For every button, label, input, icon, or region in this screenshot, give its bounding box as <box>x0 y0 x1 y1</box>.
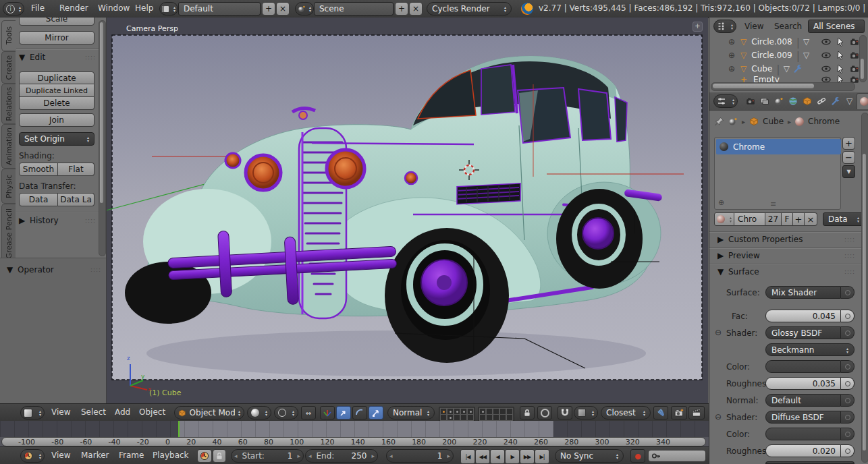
surface-panel-title[interactable]: Surface <box>728 267 759 277</box>
properties-scrollbar[interactable] <box>861 113 868 463</box>
tab-physics[interactable]: Physic <box>1 169 16 204</box>
tab-create[interactable]: Create <box>1 51 16 84</box>
layer-toggle[interactable] <box>493 414 499 421</box>
scrollbar-thumb[interactable] <box>713 84 814 88</box>
use-preview-range-toggle[interactable] <box>197 449 212 463</box>
render-camera-icon[interactable] <box>850 51 859 60</box>
material-slot-selected[interactable]: Chrome <box>716 139 841 154</box>
next-keyframe-button[interactable]: ▶▶ <box>520 449 535 464</box>
operator-panel-arrow[interactable]: ▼ <box>7 265 13 274</box>
outliner-hscrollbar[interactable] <box>711 82 855 91</box>
sync-mode-select[interactable]: No Sync <box>555 449 624 463</box>
tab-object-data[interactable]: ▽ <box>842 94 857 108</box>
material-unlink-button[interactable]: × <box>805 212 817 226</box>
socket-button[interactable] <box>841 310 855 322</box>
history-panel-arrow[interactable]: ▶ <box>19 216 25 225</box>
timeline-canvas[interactable] <box>0 421 709 437</box>
tab-relations[interactable]: Relations <box>1 84 16 124</box>
operator-panel-title[interactable]: Operator <box>18 265 54 274</box>
screen-layout-browse-button[interactable] <box>159 2 178 16</box>
editor-type-properties-button[interactable] <box>713 94 738 108</box>
selectable-cursor-icon[interactable] <box>836 37 845 47</box>
play-button[interactable]: ▶ <box>505 449 520 464</box>
scene-close-button[interactable]: × <box>409 2 423 16</box>
scrollbar-thumb[interactable] <box>100 22 103 203</box>
tab-tools[interactable]: Tools <box>1 20 16 51</box>
shader-collapse-icon[interactable]: ⊖ <box>715 412 722 422</box>
socket-button[interactable] <box>841 360 855 373</box>
rough2-slider[interactable]: 0.020 <box>765 444 841 457</box>
current-frame-line[interactable] <box>178 421 180 437</box>
normal-select[interactable]: Default <box>765 394 841 407</box>
expand-icon[interactable]: ⊕ <box>728 51 735 60</box>
editor-type-info-button[interactable]: i <box>3 2 24 16</box>
tab-constraints[interactable] <box>814 94 828 108</box>
scene-add-button[interactable]: + <box>395 2 408 16</box>
menu-file[interactable]: File <box>31 3 45 13</box>
smooth-button[interactable]: Smooth <box>19 163 58 176</box>
breadcrumb-object[interactable]: Cube <box>763 117 784 126</box>
socket-button[interactable] <box>841 326 855 339</box>
outliner-display-mode-select[interactable]: All Scenes <box>808 20 865 33</box>
layer-toggle[interactable] <box>479 414 486 421</box>
opengl-render-anim-button[interactable] <box>688 406 705 419</box>
menu-render[interactable]: Render <box>59 3 88 13</box>
timeline-menu-playback[interactable]: Playback <box>153 451 189 460</box>
shader1-select[interactable]: Glossy BSDF <box>765 326 841 339</box>
tab-object[interactable] <box>800 94 814 108</box>
selectable-cursor-icon[interactable] <box>836 64 845 74</box>
scale-button[interactable]: Scale <box>19 18 94 26</box>
material-new-button[interactable]: + <box>793 212 805 226</box>
viewport-menu-add[interactable]: Add <box>115 407 130 417</box>
orientation-select[interactable]: Normal <box>387 406 435 419</box>
viewport-3d[interactable]: z y x Camera Persp (1) Cube + <box>106 18 708 403</box>
outliner-row[interactable]: ⊕ ▽ Circle.008 | ▽ <box>709 35 868 49</box>
outliner-menu-search[interactable]: Search <box>774 22 802 31</box>
preview-title[interactable]: Preview <box>728 251 760 260</box>
surface-shader-select[interactable]: Mix Shader <box>765 286 841 299</box>
layout-close-button[interactable]: × <box>276 2 290 16</box>
outliner-row[interactable]: ⊕ ▽ Circle.009 | ▽ <box>709 49 868 62</box>
tab-grease-pencil[interactable]: Grease Pencil <box>1 204 16 263</box>
object-name[interactable]: Circle.008 <box>751 37 792 47</box>
breadcrumb-material[interactable]: Chrome <box>808 117 840 126</box>
manipulator-scale-button[interactable] <box>369 406 383 419</box>
prev-keyframe-button[interactable]: ◀◀ <box>475 449 490 464</box>
duplicate-button[interactable]: Duplicate <box>19 71 94 84</box>
slot-add-button[interactable]: + <box>842 137 855 150</box>
material-name-field[interactable]: Chro <box>734 212 765 226</box>
rough1-slider[interactable]: 0.035 <box>765 377 841 390</box>
jump-to-start-button[interactable]: |◀ <box>460 449 475 464</box>
scene-browse-button[interactable] <box>295 2 314 16</box>
add-slot-icon[interactable]: ⊕ <box>718 198 724 207</box>
visibility-eye-icon[interactable] <box>821 37 831 47</box>
data-button[interactable]: Data <box>19 193 58 206</box>
edit-panel-arrow[interactable]: ▼ <box>19 53 25 62</box>
socket-button[interactable] <box>841 394 855 407</box>
scrollbar-thumb[interactable] <box>863 154 866 451</box>
panel-grip[interactable]: :::: <box>844 252 855 259</box>
layers-widget[interactable] <box>439 407 514 422</box>
layer-toggle[interactable] <box>454 414 460 421</box>
color1-swatch[interactable] <box>765 360 841 373</box>
outliner-menu-view[interactable]: View <box>744 22 763 31</box>
panel-grip[interactable]: :::: <box>85 217 96 224</box>
object-name[interactable]: Circle.009 <box>751 51 792 60</box>
surface-panel-arrow[interactable]: ▼ <box>717 267 724 277</box>
tab-animation[interactable]: Animation <box>1 124 16 169</box>
menu-help[interactable]: Help <box>135 3 153 13</box>
fac-slider[interactable]: 0.045 <box>765 310 841 322</box>
delete-button[interactable]: Delete <box>19 97 94 110</box>
flat-button[interactable]: Flat <box>58 163 94 176</box>
panel-grip[interactable]: :::: <box>85 54 96 61</box>
editor-type-outliner-button[interactable] <box>713 20 736 33</box>
auto-keyframe-toggle[interactable]: ● <box>630 449 645 463</box>
keying-set-field[interactable] <box>648 450 706 462</box>
expand-icon[interactable]: ⊕ <box>728 64 735 74</box>
selectable-cursor-icon[interactable] <box>836 51 845 60</box>
material-users-count[interactable]: 27 <box>765 212 782 226</box>
layer-toggle[interactable] <box>460 414 467 421</box>
tab-modifiers[interactable] <box>828 94 842 108</box>
custom-properties-arrow[interactable]: ▶ <box>717 235 724 244</box>
preview-arrow[interactable]: ▶ <box>717 251 724 260</box>
